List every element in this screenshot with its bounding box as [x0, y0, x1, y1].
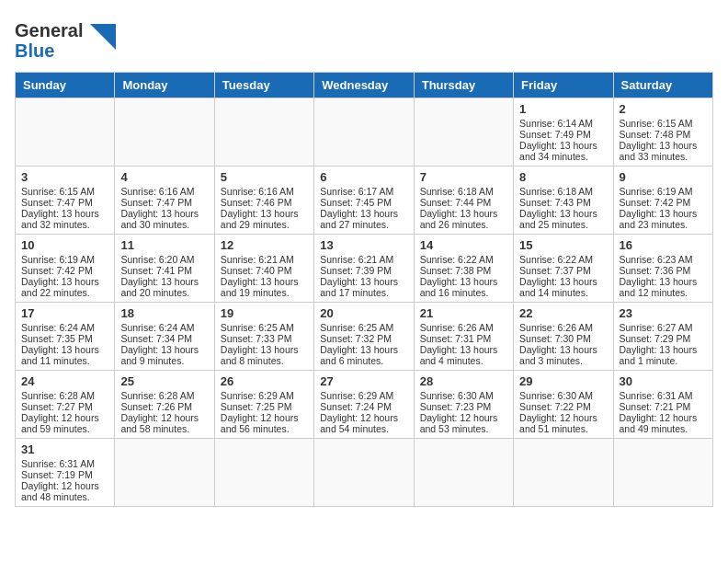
calendar-cell: 25Sunrise: 6:28 AMSunset: 7:26 PMDayligh… — [115, 371, 214, 439]
day-info: Sunrise: 6:18 AM — [519, 186, 607, 197]
day-number: 26 — [221, 374, 308, 388]
day-info: Sunrise: 6:20 AM — [120, 254, 208, 265]
day-info: Daylight: 13 hours and 20 minutes. — [120, 276, 208, 298]
calendar-cell — [314, 98, 414, 167]
calendar-cell — [214, 98, 313, 167]
calendar-cell: 2Sunrise: 6:15 AMSunset: 7:48 PMDaylight… — [613, 98, 712, 167]
day-info: Sunrise: 6:29 AM — [320, 390, 407, 401]
day-info: Sunset: 7:43 PM — [519, 197, 607, 208]
day-info: Sunset: 7:46 PM — [221, 197, 308, 208]
day-info: Sunset: 7:47 PM — [21, 197, 108, 208]
day-number: 22 — [519, 306, 607, 320]
day-number: 19 — [221, 306, 308, 320]
calendar-cell: 3Sunrise: 6:15 AMSunset: 7:47 PMDaylight… — [16, 167, 115, 235]
day-info: Daylight: 13 hours and 19 minutes. — [221, 276, 308, 298]
day-number: 6 — [320, 170, 407, 184]
calendar-week-row: 31Sunrise: 6:31 AMSunset: 7:19 PMDayligh… — [16, 439, 713, 507]
day-info: Sunrise: 6:15 AM — [620, 118, 707, 129]
calendar-cell: 18Sunrise: 6:24 AMSunset: 7:34 PMDayligh… — [115, 303, 214, 371]
day-info: Sunrise: 6:31 AM — [21, 458, 108, 469]
calendar-cell: 16Sunrise: 6:23 AMSunset: 7:36 PMDayligh… — [613, 235, 712, 303]
day-number: 15 — [519, 238, 607, 252]
day-info: Daylight: 13 hours and 11 minutes. — [21, 344, 108, 366]
day-number: 23 — [620, 306, 707, 320]
logo: General Blue — [15, 15, 116, 63]
day-info: Sunrise: 6:25 AM — [221, 322, 308, 333]
day-info: Sunset: 7:42 PM — [620, 197, 707, 208]
calendar-cell — [214, 439, 313, 507]
day-info: Sunset: 7:44 PM — [420, 197, 507, 208]
day-number: 29 — [519, 374, 607, 388]
day-info: Daylight: 13 hours and 4 minutes. — [420, 344, 507, 366]
day-info: Sunrise: 6:17 AM — [320, 186, 407, 197]
day-info: Sunrise: 6:28 AM — [120, 390, 208, 401]
day-info: Daylight: 13 hours and 14 minutes. — [519, 276, 607, 298]
day-info: Sunset: 7:37 PM — [519, 265, 607, 276]
day-info: Sunset: 7:24 PM — [320, 401, 407, 412]
day-number: 4 — [120, 170, 208, 184]
day-info: Daylight: 13 hours and 32 minutes. — [21, 208, 108, 230]
day-info: Daylight: 12 hours and 49 minutes. — [620, 412, 707, 434]
day-info: Sunset: 7:36 PM — [620, 265, 707, 276]
calendar-cell: 6Sunrise: 6:17 AMSunset: 7:45 PMDaylight… — [314, 167, 414, 235]
day-info: Daylight: 13 hours and 8 minutes. — [221, 344, 308, 366]
calendar-cell: 21Sunrise: 6:26 AMSunset: 7:31 PMDayligh… — [414, 303, 513, 371]
day-info: Sunrise: 6:16 AM — [120, 186, 208, 197]
calendar-cell: 8Sunrise: 6:18 AMSunset: 7:43 PMDaylight… — [514, 167, 613, 235]
calendar-cell: 28Sunrise: 6:30 AMSunset: 7:23 PMDayligh… — [414, 371, 513, 439]
logo-svg: General Blue — [15, 15, 116, 63]
calendar-cell: 31Sunrise: 6:31 AMSunset: 7:19 PMDayligh… — [16, 439, 115, 507]
day-info: Sunrise: 6:21 AM — [320, 254, 407, 265]
day-number: 13 — [320, 238, 407, 252]
day-info: Sunrise: 6:19 AM — [21, 254, 108, 265]
calendar-cell: 17Sunrise: 6:24 AMSunset: 7:35 PMDayligh… — [16, 303, 115, 371]
calendar-cell: 5Sunrise: 6:16 AMSunset: 7:46 PMDaylight… — [214, 167, 313, 235]
calendar-cell — [514, 439, 613, 507]
day-info: Sunset: 7:39 PM — [320, 265, 407, 276]
calendar-cell: 23Sunrise: 6:27 AMSunset: 7:29 PMDayligh… — [613, 303, 712, 371]
day-info: Sunrise: 6:30 AM — [420, 390, 507, 401]
day-info: Daylight: 12 hours and 58 minutes. — [120, 412, 208, 434]
day-info: Daylight: 13 hours and 30 minutes. — [120, 208, 208, 230]
calendar-cell: 24Sunrise: 6:28 AMSunset: 7:27 PMDayligh… — [16, 371, 115, 439]
day-number: 30 — [620, 374, 707, 388]
day-info: Daylight: 12 hours and 51 minutes. — [519, 412, 607, 434]
day-info: Daylight: 13 hours and 27 minutes. — [320, 208, 407, 230]
day-header-wednesday: Wednesday — [314, 73, 414, 98]
day-info: Sunrise: 6:22 AM — [420, 254, 507, 265]
day-info: Sunset: 7:30 PM — [519, 333, 607, 344]
day-header-saturday: Saturday — [613, 73, 712, 98]
day-number: 25 — [120, 374, 208, 388]
day-info: Daylight: 13 hours and 16 minutes. — [420, 276, 507, 298]
day-info: Daylight: 13 hours and 12 minutes. — [620, 276, 707, 298]
day-number: 10 — [21, 238, 108, 252]
day-info: Sunset: 7:31 PM — [420, 333, 507, 344]
calendar-cell — [115, 98, 214, 167]
calendar-cell — [414, 98, 513, 167]
day-info: Sunrise: 6:23 AM — [620, 254, 707, 265]
day-info: Sunrise: 6:31 AM — [620, 390, 707, 401]
day-number: 7 — [420, 170, 507, 184]
calendar-cell: 20Sunrise: 6:25 AMSunset: 7:32 PMDayligh… — [314, 303, 414, 371]
day-info: Daylight: 12 hours and 48 minutes. — [21, 480, 108, 502]
day-info: Daylight: 12 hours and 56 minutes. — [221, 412, 308, 434]
calendar-cell: 30Sunrise: 6:31 AMSunset: 7:21 PMDayligh… — [613, 371, 712, 439]
day-header-thursday: Thursday — [414, 73, 513, 98]
calendar-week-row: 3Sunrise: 6:15 AMSunset: 7:47 PMDaylight… — [16, 167, 713, 235]
day-number: 11 — [120, 238, 208, 252]
day-number: 16 — [620, 238, 707, 252]
calendar-cell: 1Sunrise: 6:14 AMSunset: 7:49 PMDaylight… — [514, 98, 613, 167]
day-info: Sunrise: 6:21 AM — [221, 254, 308, 265]
calendar-cell: 12Sunrise: 6:21 AMSunset: 7:40 PMDayligh… — [214, 235, 313, 303]
day-info: Daylight: 13 hours and 25 minutes. — [519, 208, 607, 230]
day-number: 2 — [620, 102, 707, 116]
day-info: Sunset: 7:32 PM — [320, 333, 407, 344]
day-info: Daylight: 13 hours and 6 minutes. — [320, 344, 407, 366]
day-info: Daylight: 13 hours and 3 minutes. — [519, 344, 607, 366]
day-info: Daylight: 13 hours and 23 minutes. — [620, 208, 707, 230]
day-info: Sunrise: 6:14 AM — [519, 118, 607, 129]
calendar-cell: 4Sunrise: 6:16 AMSunset: 7:47 PMDaylight… — [115, 167, 214, 235]
day-info: Daylight: 13 hours and 1 minute. — [620, 344, 707, 366]
day-number: 20 — [320, 306, 407, 320]
calendar-cell — [16, 98, 115, 167]
